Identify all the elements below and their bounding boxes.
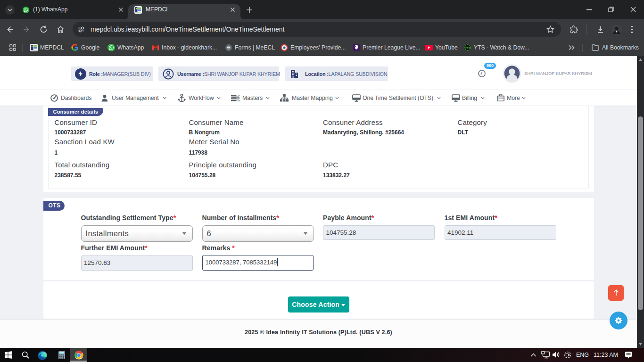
svg-text:YTS: YTS xyxy=(465,46,471,49)
